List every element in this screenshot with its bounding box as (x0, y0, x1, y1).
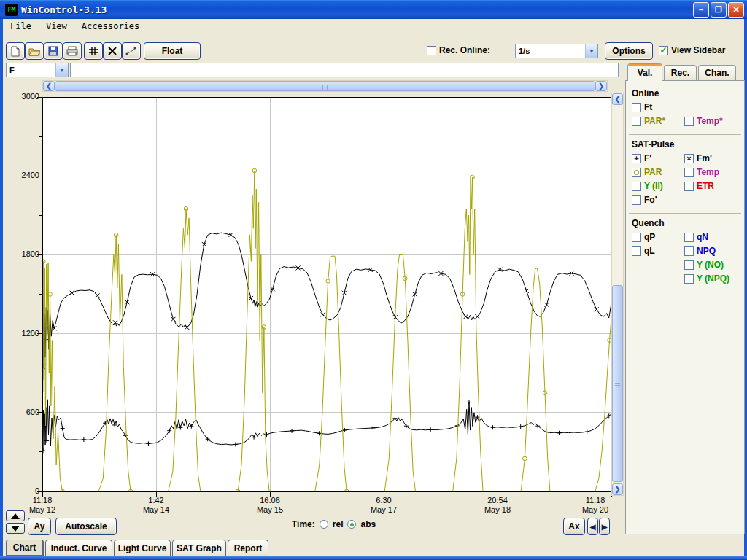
autoscale-button[interactable]: Autoscale (55, 518, 117, 535)
checkbox-box-icon[interactable] (632, 103, 641, 112)
checkbox-box-icon[interactable] (684, 117, 694, 126)
chart-zone: ❮ ❯ 06001200180024003000 11:18May 121:42… (3, 79, 624, 536)
checkbox-label: ETR (697, 181, 714, 191)
new-file-button[interactable] (6, 42, 25, 60)
checkbox-box-icon[interactable] (684, 246, 694, 256)
scroll-up-icon[interactable]: ❮︎ (612, 93, 623, 105)
rate-combobox[interactable]: 1/s ▼ (515, 44, 598, 58)
x-tick-label: 11:18May 20 (572, 496, 619, 515)
tab-report[interactable]: Report (228, 540, 268, 556)
checkbox-box-icon[interactable] (632, 182, 641, 191)
checkbox-box-icon[interactable] (632, 233, 641, 242)
checkbox-temp[interactable]: Temp (684, 167, 719, 177)
open-folder-icon (28, 46, 40, 56)
tab-chan[interactable]: Chan. (698, 65, 736, 80)
ay-button[interactable]: Ay (28, 518, 51, 535)
minimize-button[interactable]: – (693, 2, 709, 18)
scroll-right-icon[interactable]: ❯ (595, 81, 607, 91)
checkbox-box-icon[interactable] (684, 274, 694, 284)
checkbox-ft[interactable]: Ft (632, 102, 652, 112)
checkbox-par[interactable]: PAR (632, 167, 662, 177)
menu-view[interactable]: View (44, 20, 69, 32)
checkbox-box-icon[interactable]: × (684, 154, 694, 163)
checkbox-row: qLNPQ (626, 245, 744, 259)
horizontal-scrollbar[interactable]: ❮ ❯ (42, 80, 608, 92)
checkbox-box-icon[interactable] (684, 168, 694, 177)
checkbox-box-icon[interactable] (632, 117, 641, 126)
checkbox-box-icon[interactable] (684, 260, 694, 270)
rec-online-box[interactable] (427, 46, 436, 55)
rec-online-checkbox[interactable]: Rec. Online: (427, 45, 490, 55)
checkbox-box-icon[interactable] (684, 182, 694, 191)
tab-rec[interactable]: Rec. (664, 65, 697, 80)
checkbox-temp[interactable]: Temp* (684, 116, 723, 126)
checkbox-box-icon[interactable]: + (632, 154, 641, 163)
app-icon: FM (5, 4, 18, 16)
scroll-down-icon[interactable]: ❯︎ (612, 483, 623, 495)
channel-combobox[interactable]: F ▼ (6, 63, 69, 77)
checkbox-y-npq[interactable]: Y (NPQ) (684, 273, 729, 284)
tab-val[interactable]: Val. (627, 63, 662, 81)
menu-file[interactable]: File (9, 20, 33, 32)
checkbox-box-icon[interactable] (632, 195, 641, 205)
restore-button[interactable]: ❐ (711, 2, 727, 18)
y-scale-down-button[interactable] (6, 523, 25, 534)
chevron-down-icon[interactable]: ▼ (55, 63, 68, 77)
time-abs-label: abs (360, 519, 376, 529)
checkbox-npq[interactable]: NPQ (684, 246, 716, 256)
open-file-button[interactable] (25, 42, 44, 60)
rate-value: 1/s (516, 47, 585, 55)
ax-button[interactable]: Ax (563, 518, 585, 535)
view-sidebar-checkbox[interactable]: ✓ View Sidebar (659, 45, 725, 55)
grid-toggle-button[interactable] (84, 42, 103, 60)
checkbox-ql[interactable]: qL (632, 246, 655, 256)
tab-induct-curve[interactable]: Induct. Curve (45, 540, 112, 556)
sidebar-groups: OnlineFtPAR*Temp*SAT-Pulse+F'×Fm'PARTemp… (626, 88, 744, 292)
vertical-scrollbar[interactable]: ❮︎ ❯︎ (611, 93, 624, 496)
time-rel-radio[interactable] (320, 520, 328, 529)
window-title: WinControl-3.13 (21, 4, 692, 15)
y-scale-up-button[interactable] (6, 510, 25, 521)
tab-chart[interactable]: Chart (6, 540, 44, 556)
delete-button[interactable] (103, 42, 122, 60)
curve-tool-button[interactable] (122, 42, 141, 60)
wincontrol-window: FM WinControl-3.13 – ❐ ✕ File View Acces… (0, 0, 747, 560)
x-tick-label: 11:18May 12 (19, 496, 66, 515)
float-button[interactable]: Float (144, 42, 201, 60)
options-button[interactable]: Options (605, 42, 653, 60)
vscroll-track[interactable] (612, 105, 623, 483)
checkbox-etr[interactable]: ETR (684, 181, 714, 191)
triangle-right-icon: ▶ (602, 523, 608, 531)
formula-input[interactable] (70, 63, 619, 77)
time-abs-radio[interactable] (347, 520, 356, 529)
tab-light-curve[interactable]: Light Curve (114, 540, 171, 556)
checkbox-f[interactable]: +F' (632, 153, 651, 163)
checkbox-row: qPqN (626, 231, 744, 245)
scroll-left-icon[interactable]: ❮ (43, 81, 55, 91)
checkbox-label: Ft (644, 102, 652, 112)
menu-accessories[interactable]: Accessories (80, 20, 141, 32)
checkbox-fm[interactable]: ×Fm' (684, 153, 712, 163)
checkbox-y-ii[interactable]: Y (II) (632, 181, 663, 191)
checkbox-y-no[interactable]: Y (NO) (684, 260, 724, 270)
checkbox-fo[interactable]: Fo' (632, 195, 657, 205)
x-scroll-right-button[interactable]: ▶ (599, 518, 610, 535)
print-button[interactable] (63, 42, 82, 60)
hscroll-thumb[interactable] (55, 81, 595, 91)
checkbox-label: NPQ (697, 246, 716, 256)
x-scroll-left-button[interactable]: ◀ (587, 518, 598, 535)
view-sidebar-box[interactable]: ✓ (659, 46, 668, 55)
checkbox-par[interactable]: PAR* (632, 116, 665, 126)
checkbox-label: F' (644, 153, 651, 163)
chevron-down-icon[interactable]: ▼ (585, 44, 597, 58)
save-button[interactable] (44, 42, 63, 60)
checkbox-box-icon[interactable] (632, 168, 641, 177)
group-title-online: Online (632, 88, 744, 98)
checkbox-box-icon[interactable] (684, 233, 694, 242)
vscroll-thumb[interactable] (612, 285, 623, 482)
checkbox-qn[interactable]: qN (684, 232, 708, 242)
close-button[interactable]: ✕ (728, 2, 744, 18)
checkbox-box-icon[interactable] (632, 246, 641, 256)
tab-sat-graph[interactable]: SAT Graph (172, 540, 226, 556)
checkbox-qp[interactable]: qP (632, 232, 655, 242)
